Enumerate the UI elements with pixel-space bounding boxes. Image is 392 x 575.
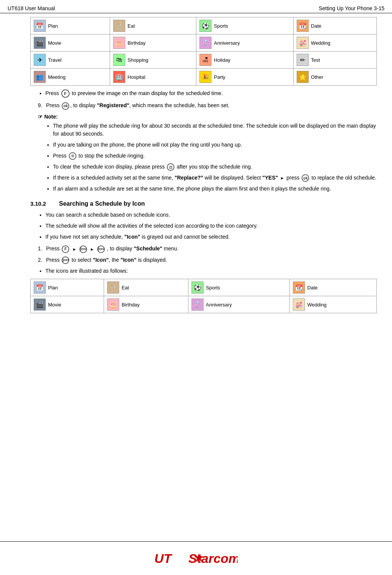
hospital-icon: 🏥 <box>113 71 125 83</box>
preview-bullet-list: Press F to preview the image on the main… <box>45 89 377 98</box>
note-item-6: If an alarm and a schedule are set at th… <box>53 185 377 193</box>
other-icon: ⭐ <box>297 71 309 83</box>
content-area: 📅Plan🍴Eat⚽Sports📆Date🎬Movie🎂Birthday💍Ann… <box>0 17 392 313</box>
svg-text:UT: UT <box>154 551 173 566</box>
anniversary-label: Anniversary <box>214 40 240 46</box>
icon-table-cell: 🎉Party <box>196 69 294 86</box>
step-2-num: 2. <box>38 256 42 264</box>
f-button-icon: F <box>61 89 70 98</box>
icon-cell: 📆Date <box>297 20 373 32</box>
eat-icon: 🍴 <box>113 20 125 32</box>
plan-icon: 📅 <box>34 20 46 32</box>
party-label: Party <box>214 74 225 80</box>
preview-bullet-item: Press F to preview the image on the main… <box>45 89 377 98</box>
section-bullet-1: You can search a schedule based on sched… <box>45 211 377 219</box>
step-1-text: Press F ► 3DEF ► 3DEF , to display "Sche… <box>46 245 179 253</box>
birthday-label: Birthday <box>128 40 146 46</box>
step-1-num: 1. <box>38 245 42 253</box>
icon-table-cell: ✈Travel <box>31 52 110 69</box>
section-bullet-3: If you have not set any schedule, "Icon"… <box>45 233 377 241</box>
icon-cell: 💍Anniversary <box>191 298 286 311</box>
icon-table-cell: 📆Date <box>293 17 376 34</box>
anniversary-icon: 💍 <box>191 298 204 311</box>
step-9-label: 9. <box>38 102 42 109</box>
icon-table-cell: 📆Date <box>290 279 377 296</box>
icon-cell: ⚽Sports <box>191 281 286 294</box>
shopping-icon: 🛍 <box>113 54 125 66</box>
ut-starcom-logo: UT Starcom <box>154 548 238 567</box>
icon-table-cell: 🏖Holiday <box>196 52 294 69</box>
movie-icon: 🎬 <box>34 298 46 311</box>
eat-icon: 🍴 <box>107 281 119 294</box>
wedding-icon: 💒 <box>297 37 309 49</box>
movie-icon: 🎬 <box>34 37 46 49</box>
icon-table-cell: 🎬Movie <box>31 296 104 313</box>
three-def-3: 3DEF <box>62 256 69 264</box>
note-item-4: To clear the schedule icon display, plea… <box>53 163 377 171</box>
icon-cell: 🏥Hospital <box>113 71 193 83</box>
icon-cell: 💍Anniversary <box>199 37 290 49</box>
icon-cell: 💒Wedding <box>293 298 373 311</box>
ok-button-icon: ok <box>62 102 69 110</box>
step-2: 2. Press 3DEF to select "Icon", the "Ico… <box>38 256 377 264</box>
header-right: Setting Up Your Phone 3-15 <box>319 5 384 11</box>
icon-cell: ✈Travel <box>34 54 107 66</box>
movie-label: Movie <box>48 40 61 46</box>
hospital-label: Hospital <box>128 74 145 80</box>
holiday-icon: 🏖 <box>199 54 212 66</box>
holiday-label: Holiday <box>214 57 230 63</box>
clear-button-icon: ⊡ <box>167 163 174 171</box>
icon-table-cell: ⭐Other <box>293 69 376 86</box>
icon-cell: 📅Plan <box>34 281 101 294</box>
sports-icon: ⚽ <box>199 20 212 32</box>
icon-table-cell: 👥Meeting <box>31 69 110 86</box>
step-2-text: Press 3DEF to select "Icon", the "Icon" … <box>46 256 167 264</box>
movie-label: Movie <box>48 302 61 308</box>
icon-cell: 🎬Movie <box>34 37 107 49</box>
icon-table-cell: 💒Wedding <box>293 34 376 52</box>
icon-cell: 🎂Birthday <box>107 298 185 311</box>
plan-label: Plan <box>48 285 58 291</box>
icon-cell: 💒Wedding <box>297 37 373 49</box>
icon-cell: 🏖Holiday <box>199 54 290 66</box>
icon-table-cell: ⚽Sports <box>188 279 290 296</box>
birthday-icon: 🎂 <box>113 37 125 49</box>
icon-table-cell: 💒Wedding <box>290 296 377 313</box>
sports-icon: ⚽ <box>191 281 204 294</box>
icon-table-cell: 🍴Eat <box>110 17 196 34</box>
anniversary-icon: 💍 <box>199 37 212 49</box>
icon-table-cell: 🎂Birthday <box>110 34 196 52</box>
wedding-label: Wedding <box>307 302 327 308</box>
icon-cell: 🎬Movie <box>34 298 101 311</box>
icon-cell: ⚽Sports <box>199 20 290 32</box>
sports-label: Sports <box>214 23 228 29</box>
step-9-text: Press ok, to display "Registered", which… <box>46 102 230 109</box>
date-icon-label: Date <box>307 285 317 291</box>
meeting-icon: 👥 <box>34 71 46 83</box>
icon-cell: 👥Meeting <box>34 71 107 83</box>
birthday-label: Birthday <box>121 302 140 308</box>
bottom-icon-table: 📅Plan🍴Eat⚽Sports📆Date🎬Movie🎂Birthday💍Ann… <box>30 279 377 313</box>
anniversary-label: Anniversary <box>206 302 232 308</box>
icon-table-cell: 📅Plan <box>31 17 110 34</box>
travel-icon: ✈ <box>34 54 46 66</box>
plan-label: Plan <box>48 23 58 29</box>
ok-button-icon-2: ok <box>302 174 309 182</box>
wedding-icon: 💒 <box>293 298 305 311</box>
icon-table-cell: 🏥Hospital <box>110 69 196 86</box>
wedding-label: Wedding <box>311 40 330 46</box>
note-item-2: If you are talking on the phone, the pho… <box>53 141 377 149</box>
icon-table-cell: ✏Test <box>293 52 376 69</box>
icons-bullet-list: The icons are illustrated as follows: <box>45 267 377 275</box>
icon-table-cell: 💍Anniversary <box>188 296 290 313</box>
three-def-1: 3DEF <box>79 245 87 253</box>
test-icon: ✏ <box>297 54 309 66</box>
header-left: UT618 User Manual <box>8 5 55 11</box>
step-9: 9. Press ok, to display "Registered", wh… <box>38 102 377 109</box>
icon-cell: 🎂Birthday <box>113 37 193 49</box>
page-footer: UT Starcom <box>0 541 392 567</box>
step-1: 1. Press F ► 3DEF ► 3DEF , to display "S… <box>38 245 377 253</box>
date-icon-icon: 📆 <box>293 281 305 294</box>
icon-table-cell: 📅Plan <box>31 279 104 296</box>
icon-table-cell: 💍Anniversary <box>196 34 294 52</box>
